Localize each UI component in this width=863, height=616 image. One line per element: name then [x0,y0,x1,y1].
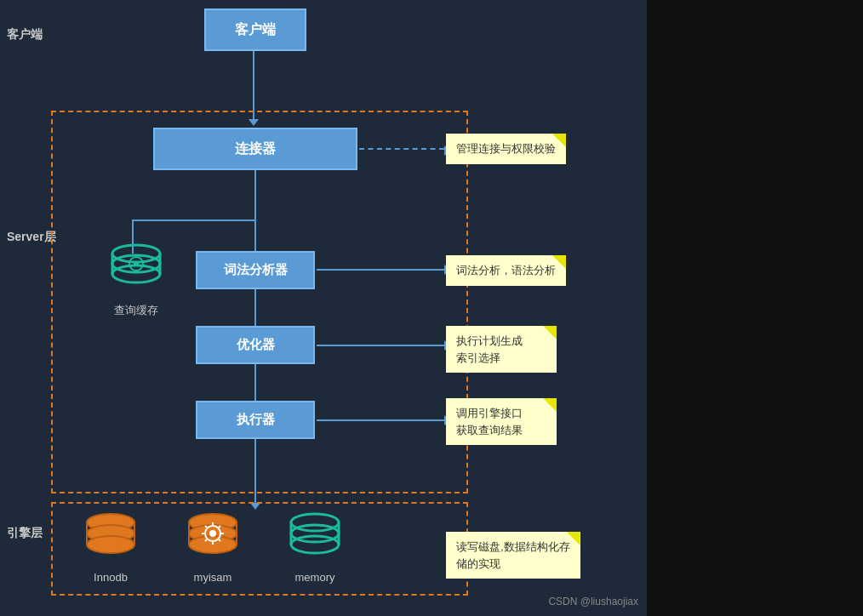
svg-line-25 [219,526,220,528]
lexer-arrow-right [317,269,444,271]
svg-line-26 [205,539,207,541]
myisam-label: myisam [194,571,232,584]
tree-vertical-main [254,170,256,221]
svg-line-24 [219,539,220,541]
watermark: CSDN @liushaojiax [548,596,638,607]
svg-line-23 [205,526,207,528]
right-panel [647,0,863,616]
client-box: 客户端 [204,9,306,51]
note-optimizer: 执行计划生成 索引选择 [446,326,557,373]
svg-point-18 [209,530,216,537]
optimizer-box: 优化器 [196,326,315,364]
server-layer-label: Server层 [7,230,56,245]
tree-right-down [254,220,256,254]
executor-arrow-right [317,419,444,421]
lexer-box: 词法分析器 [196,251,315,289]
myisam-item: myisam [170,510,255,584]
note-connector: 管理连接与权限校验 [446,134,566,164]
note-lexer: 词法分析，语法分析 [446,255,566,286]
note-executor: 调用引擎接口 获取查询结果 [446,398,557,445]
innodb-item: Innodb [68,510,153,584]
svg-point-6 [134,261,139,266]
memory-item: memory [272,510,357,584]
svg-point-0 [112,245,160,262]
query-cache-icon [106,238,166,298]
innodb-icon [81,510,140,566]
arrow-lexer-to-optimizer [254,289,256,328]
arrow-optimizer-to-executor [254,364,256,402]
engine-layer-label: 引擎层 [7,526,43,541]
optimizer-arrow-right [317,345,444,346]
engine-icons-area: Innodb myisam [68,510,357,584]
connector-arrow-right [359,148,444,150]
executor-box: 执行器 [196,401,315,439]
memory-label: memory [295,571,335,584]
myisam-icon [183,510,243,566]
query-cache-label: 查询缓存 [114,303,158,318]
svg-point-2 [112,265,160,282]
svg-point-9 [87,536,134,553]
connector-box: 连接器 [153,128,357,170]
arrow-client-to-connector [253,51,254,119]
arrow-executor-to-engine [254,439,256,503]
tree-horizontal [132,220,256,221]
memory-icon [285,510,345,566]
innodb-label: Innodb [94,571,128,584]
client-layer-label: 客户端 [7,27,43,43]
svg-point-29 [291,536,339,553]
main-diagram: 客户端 Server层 引擎层 客户端 连接器 查询缓存 词法分析器 优 [0,0,647,616]
query-cache-area: 查询缓存 [85,238,187,318]
note-engine: 读写磁盘,数据结构化存 储的实现 [446,532,580,579]
